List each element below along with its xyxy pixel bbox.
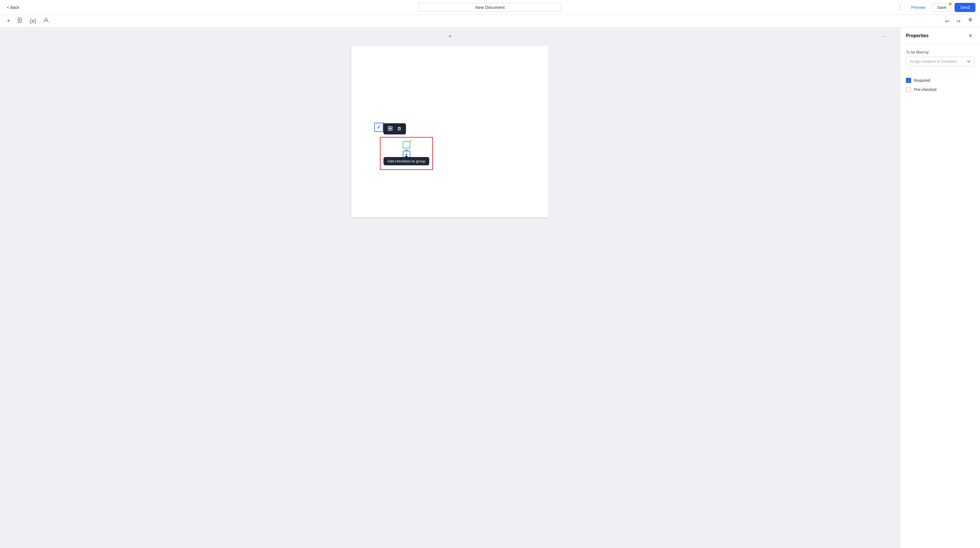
to-be-filled-label: To be filled by (906, 50, 974, 54)
panel-body: To be filled by Assign recipient to chec… (900, 44, 980, 102)
required-label: Required (914, 78, 930, 83)
main-area: + ··· * (0, 27, 980, 548)
panel-close-button[interactable]: ✕ (967, 32, 974, 40)
svg-rect-6 (388, 126, 390, 128)
variable-button[interactable]: (x) (27, 17, 38, 25)
pre-checked-option[interactable]: Pre-checked (906, 87, 974, 92)
secondary-toolbar: + (x) ↩ ↪ (0, 15, 980, 27)
save-button[interactable]: Save (932, 3, 951, 12)
add-element-button[interactable]: + (5, 17, 13, 25)
settings-button[interactable] (965, 16, 975, 26)
page-menu-button[interactable]: ··· (880, 32, 889, 41)
more-menu-button[interactable]: ⋮ (895, 3, 905, 12)
header-right: ⋮ Preview Save Send (895, 3, 975, 12)
group-container[interactable]: * + Add checkbox to group (380, 137, 433, 170)
required-checkbox[interactable] (906, 78, 911, 83)
properties-panel: Properties ✕ To be filled by Assign reci… (900, 27, 980, 548)
group-checkbox-inner: * (403, 141, 410, 148)
svg-rect-10 (398, 127, 401, 130)
checkbox-inner: * (374, 123, 383, 132)
document-page: * (352, 45, 549, 217)
float-toolbar (383, 123, 406, 134)
assign-recipient-select[interactable]: Assign recipient to checkbox (906, 57, 974, 66)
canvas-area: + ··· * (0, 27, 900, 548)
header-center (418, 3, 562, 12)
add-page-button[interactable]: + (446, 32, 454, 41)
pre-checked-label: Pre-checked (914, 87, 937, 92)
redo-button[interactable]: ↪ (954, 16, 963, 26)
svg-point-5 (970, 20, 971, 21)
pre-checked-checkbox[interactable] (906, 87, 911, 92)
send-button[interactable]: Send (955, 3, 975, 12)
svg-rect-8 (388, 129, 390, 131)
save-notification-dot (949, 3, 952, 5)
checked-checkbox-field[interactable]: * (374, 123, 383, 132)
delete-button[interactable] (395, 125, 403, 133)
svg-point-4 (45, 18, 47, 21)
add-checkbox-tooltip: Add checkbox to group (383, 157, 430, 165)
user-button[interactable] (41, 16, 51, 26)
group-checkbox-item[interactable]: * (403, 141, 410, 148)
header-bar: < Back ⋮ Preview Save Send (0, 0, 980, 15)
group-required-star: * (410, 139, 412, 143)
group-button[interactable] (386, 125, 394, 133)
svg-rect-9 (390, 129, 392, 131)
panel-title: Properties (906, 33, 929, 38)
document-title-input[interactable] (418, 3, 562, 12)
svg-rect-7 (390, 126, 392, 128)
panel-header: Properties ✕ (900, 27, 980, 44)
back-button[interactable]: < Back (5, 4, 21, 11)
preview-button[interactable]: Preview (908, 3, 929, 11)
document-button[interactable] (15, 16, 25, 26)
toolbar-right-actions: ↩ ↪ (943, 16, 975, 26)
required-option[interactable]: Required (906, 78, 974, 83)
page-header-row: + ··· (0, 27, 900, 45)
undo-button[interactable]: ↩ (943, 16, 952, 26)
